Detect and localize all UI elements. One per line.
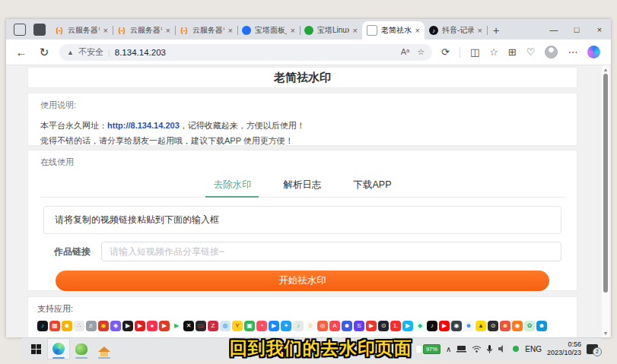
tab-active-function[interactable]: 去除水印	[211, 174, 253, 197]
maximize-button[interactable]: □	[565, 19, 588, 40]
audio-bars-icon: ♪	[293, 321, 304, 331]
windows-logo-icon	[31, 344, 41, 354]
blueface-app-icon: ☻	[342, 321, 352, 331]
tab-function[interactable]: 下载APP	[351, 174, 393, 197]
xigua-icon: ▶	[159, 321, 170, 331]
whiteface-app-icon: ☻	[463, 321, 474, 331]
scroll-up-icon[interactable]: ▲	[602, 67, 609, 72]
supported-heading: 支持应用:	[37, 303, 568, 315]
url-text: 8.134.14.203	[115, 48, 166, 57]
browser-toolbar: ← ↻ ▲ 不安全 | 8.134.14.203 Aᵃ ☆ ⟳ ◫ ☆ ⊞ ♡	[6, 40, 611, 65]
profile-avatar[interactable]	[545, 46, 558, 59]
browser-tab[interactable]: (-)云服务器管理×	[113, 21, 175, 40]
back-icon[interactable]: ←	[14, 46, 29, 59]
tab-actions-icon[interactable]	[33, 24, 46, 36]
start-remove-watermark-button[interactable]: 开始祛水印	[56, 271, 549, 291]
address-bar[interactable]: ▲ 不安全 | 8.134.14.203 Aᵃ ☆	[59, 44, 432, 61]
laptop-icon[interactable]	[456, 345, 466, 353]
browser-essentials-icon[interactable]: ♡	[526, 46, 536, 58]
hidden-icons-chevron[interactable]: ∧	[446, 345, 451, 353]
scroll-down-icon[interactable]: ▼	[602, 331, 609, 336]
browser-tab[interactable]: 宝塔Linux面板×	[300, 21, 362, 40]
tab-function[interactable]: 解析日志	[281, 174, 323, 197]
close-button[interactable]: ×	[588, 19, 611, 40]
video-link-input[interactable]	[101, 242, 561, 261]
browser-tab[interactable]: 宝塔面板_首页×	[237, 21, 300, 40]
paste-hint-box: 请将复制的视频链接粘贴到下面的输入框	[43, 206, 561, 234]
penguin-app-icon: ☻	[536, 321, 547, 331]
minimize-button[interactable]: —	[542, 19, 565, 40]
running-indicator	[52, 357, 65, 359]
taskbar-edge-app[interactable]	[47, 338, 70, 359]
start-button[interactable]	[24, 338, 47, 359]
tab-close-icon[interactable]: ×	[415, 26, 420, 35]
favorite-star-icon[interactable]: ☆	[417, 47, 425, 57]
tab-close-icon[interactable]: ×	[478, 26, 482, 35]
history-icon[interactable]: ⟳	[441, 46, 450, 58]
browser-window: (-)云服务器管理×(-)云服务器管理×(-)云服务器管理×宝塔面板_首页×宝塔…	[6, 19, 611, 337]
taskbar-green-app[interactable]	[70, 338, 93, 359]
redface-app-icon: ☻	[500, 321, 510, 331]
purple-app-icon: ◈	[110, 321, 121, 331]
browser-tab[interactable]: 老简祛水印-短×	[362, 21, 425, 40]
not-secure-warning-icon: ▲	[67, 49, 74, 56]
taskbar-home-app[interactable]	[93, 338, 116, 359]
favorites-icon[interactable]: ☆	[489, 46, 498, 58]
page-scrollbar[interactable]: ▲ ▼	[602, 65, 609, 337]
tab-close-icon[interactable]: ×	[103, 26, 108, 35]
link-label: 作品链接	[43, 245, 91, 258]
video-frame: (-)云服务器管理×(-)云服务器管理×(-)云服务器管理×宝塔面板_首页×宝塔…	[0, 0, 617, 364]
new-tab-button[interactable]: +	[487, 21, 505, 40]
baota-linux-icon	[304, 26, 313, 35]
haokan-icon: ▶	[269, 321, 279, 331]
tab-close-icon[interactable]: ×	[228, 26, 233, 35]
browser-tab[interactable]: (-)云服务器管理×	[175, 21, 237, 40]
tab-close-icon[interactable]: ×	[166, 26, 170, 35]
function-tabs: 去除水印解析日志下载APP	[40, 174, 565, 198]
aliyun-icon: (-)	[117, 26, 126, 35]
yue-app-icon: Y	[232, 321, 243, 331]
safety-icon[interactable]	[512, 345, 520, 353]
red-square-play-icon: ▶	[366, 321, 377, 331]
tab-close-icon[interactable]: ×	[291, 26, 295, 35]
jianying-icon: ▦	[49, 321, 60, 331]
collections-icon[interactable]: ⊞	[508, 46, 517, 58]
scrollbar-thumb[interactable]	[603, 74, 608, 293]
browser-tab[interactable]: (-)云服务器管理×	[50, 21, 113, 40]
kuaishou-lite-icon: ☻	[62, 321, 72, 331]
weibo-icon: ◉	[98, 321, 109, 331]
copilot-icon[interactable]	[587, 46, 600, 59]
yidian-icon: 1.	[390, 321, 401, 331]
permanent-url-link[interactable]: http://8.134.14.203	[107, 121, 180, 130]
language-indicator[interactable]: ENG	[525, 345, 542, 353]
system-tray: 97% ∧ ENG 0:56 2023/10/23 2	[416, 338, 598, 359]
more-menu-icon[interactable]: ⋯	[568, 46, 577, 58]
page-title: 老简祛水印	[27, 67, 577, 88]
tab-title: 宝塔Linux面板	[317, 25, 349, 36]
dark-dot-app-icon: ⊙	[378, 321, 389, 331]
browser-tab[interactable]: ♪抖音-记录美好×	[425, 21, 487, 40]
microphone-icon[interactable]	[487, 345, 492, 353]
focus-app-icon: ⊙	[488, 321, 498, 331]
page-content: 老简祛水印 使用说明: 本平台永久网址：http://8.134.14.203，…	[6, 65, 611, 337]
youtube-icon: ▶	[439, 321, 450, 331]
read-aloud-icon[interactable]: Aᵃ	[401, 47, 409, 57]
tab-title: 云服务器管理	[68, 25, 100, 36]
workspaces-icon[interactable]	[14, 24, 26, 36]
iqiyi-icon: ▶	[171, 321, 182, 331]
acfun-icon: A	[329, 321, 340, 331]
share-line: 觉得不错的话，请分享给朋友一起用哦，建议下载APP 使用更方便！	[40, 135, 565, 147]
clock[interactable]: 0:56 2023/10/23	[547, 340, 581, 358]
tab-close-icon[interactable]: ×	[353, 26, 358, 35]
red-text-app-icon: Z	[208, 321, 218, 331]
speaker-icon[interactable]	[498, 345, 507, 353]
light-app-icon: ∴	[74, 321, 84, 331]
wifi-icon[interactable]	[472, 345, 482, 353]
battery-percent: 97%	[423, 344, 440, 354]
notifications-icon[interactable]: 2	[587, 344, 598, 354]
supported-apps-card: 支持应用: ♪▦☻∴♬◉◈▶▶●▶▶✕▭Z◍Y▣◔▶✦♪☺◎A☻S▶⊙1.▶◆♪…	[27, 296, 577, 337]
battery-indicator[interactable]: 97%	[416, 344, 440, 354]
black-x-app-icon: ✕	[183, 321, 194, 331]
refresh-icon[interactable]: ↻	[37, 46, 52, 59]
split-screen-icon[interactable]: ◫	[470, 46, 479, 58]
